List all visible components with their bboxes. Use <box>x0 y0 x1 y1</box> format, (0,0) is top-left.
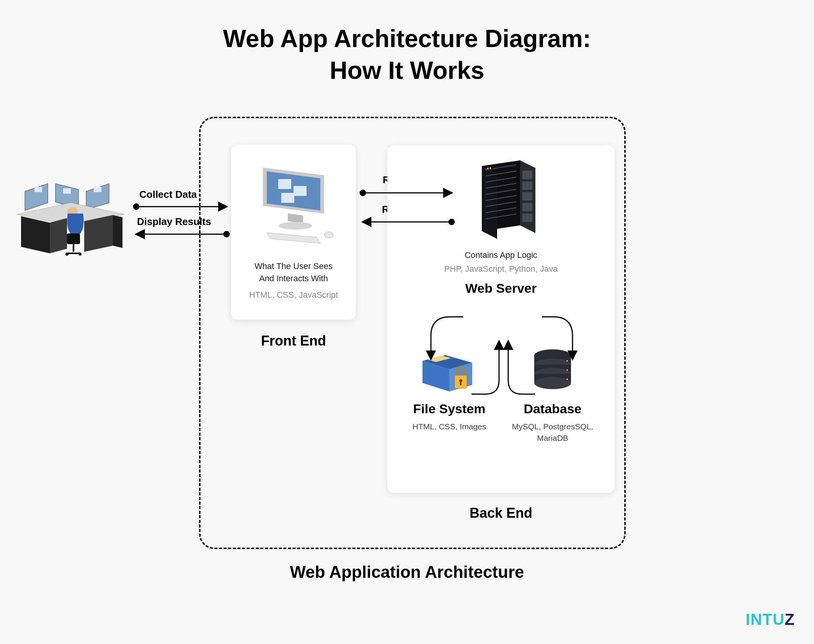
svg-marker-9 <box>84 215 113 252</box>
frontend-desc-line1: What The User Sees <box>254 261 333 271</box>
server-rack-icon <box>397 158 605 243</box>
backend-server-desc: Contains App Logic <box>397 250 605 260</box>
svg-marker-28 <box>482 166 497 239</box>
svg-point-43 <box>487 168 489 169</box>
folder-lock-icon <box>400 346 499 397</box>
backend-label: Back End <box>387 505 615 521</box>
backend-card: Contains App Logic PHP, JavaScript, Pyth… <box>387 145 615 493</box>
frontend-tech: HTML, CSS, JavaScript <box>240 290 347 300</box>
database-tech: MySQL, PostgresSQL, MariaDB <box>503 421 602 444</box>
desktop-computer-icon <box>240 156 347 249</box>
web-server-label: Web Server <box>465 281 537 295</box>
arrow-label-collect-data: Collect Data <box>139 189 197 201</box>
brand-part1: INTU <box>745 610 785 628</box>
svg-point-59 <box>566 360 568 362</box>
svg-point-15 <box>65 253 69 256</box>
svg-marker-7 <box>21 216 50 253</box>
title-line-1: Web App Architecture Diagram: <box>223 25 591 52</box>
architecture-caption: Web Application Architecture <box>0 562 814 582</box>
svg-point-58 <box>534 377 571 389</box>
database-label: Database <box>503 401 602 416</box>
svg-rect-19 <box>278 179 291 189</box>
svg-marker-8 <box>50 218 67 253</box>
frontend-label: Front End <box>231 333 356 349</box>
svg-rect-12 <box>67 233 80 244</box>
filesystem-block: File System HTML, CSS, Images <box>400 346 499 444</box>
svg-rect-38 <box>522 171 532 179</box>
database-block: Database MySQL, PostgresSQL, MariaDB <box>503 346 602 444</box>
svg-point-25 <box>324 232 333 238</box>
filesystem-tech: HTML, CSS, Images <box>400 421 499 432</box>
backend-server-tech: PHP, JavaScript, Python, Java <box>397 264 605 274</box>
database-stack-icon <box>503 346 602 397</box>
svg-rect-39 <box>522 181 532 190</box>
svg-point-23 <box>279 222 312 230</box>
svg-rect-20 <box>294 186 307 196</box>
brand-part2: Z <box>785 610 795 628</box>
svg-rect-3 <box>34 187 42 192</box>
svg-rect-42 <box>522 214 532 222</box>
svg-point-16 <box>78 253 82 256</box>
svg-rect-40 <box>522 192 532 201</box>
arrow-label-display-results: Display Results <box>137 216 211 228</box>
brand-logo: INTUZ <box>745 610 795 629</box>
svg-point-60 <box>566 369 568 371</box>
frontend-desc-line2: And Interacts With <box>259 274 328 283</box>
frontend-card: What The User Sees And Interacts With HT… <box>231 145 356 320</box>
svg-marker-10 <box>113 215 122 248</box>
diagram-title: Web App Architecture Diagram: How It Wor… <box>0 23 814 86</box>
svg-rect-51 <box>460 382 462 385</box>
svg-rect-21 <box>281 193 294 203</box>
title-line-2: How It Works <box>330 57 484 84</box>
svg-rect-41 <box>522 203 532 211</box>
svg-marker-24 <box>267 233 320 243</box>
svg-point-61 <box>566 378 568 380</box>
svg-marker-22 <box>288 214 303 223</box>
svg-rect-4 <box>63 188 71 194</box>
filesystem-label: File System <box>400 401 499 416</box>
svg-rect-5 <box>94 187 101 192</box>
user-workstation-icon <box>13 168 128 260</box>
svg-point-44 <box>489 167 491 169</box>
